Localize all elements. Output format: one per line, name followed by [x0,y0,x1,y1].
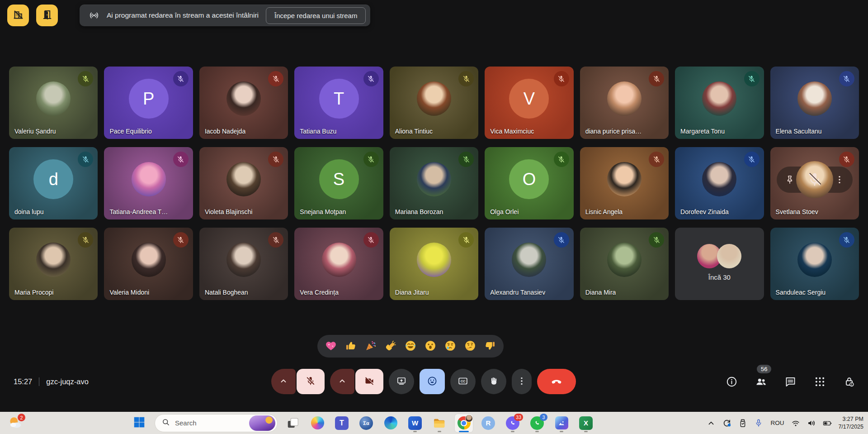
taskbar-edge[interactable] [382,414,400,432]
participant-tile[interactable]: Natali Boghean [199,228,288,300]
chat-button[interactable] [784,376,797,388]
participant-name: Tatiana Buzu [300,128,336,135]
weather-widget[interactable]: 2 [6,415,24,431]
excel-icon: X [579,416,593,430]
taskbar-excel[interactable]: X [577,414,595,432]
participant-tile[interactable]: Maria Procopi [9,228,98,300]
participant-tile[interactable]: Iacob Nadejda [199,67,288,139]
open-door-button[interactable] [36,5,58,26]
building-restricted-button[interactable] [7,5,29,26]
participant-tile[interactable]: Vera Credința [294,228,383,300]
sync-icon[interactable] [722,418,732,428]
participant-name: Diana Jitaru [395,289,429,296]
mic-options-button[interactable] [271,369,296,394]
taskbar-viber[interactable]: 33 [504,414,522,432]
pin-icon[interactable] [784,174,795,185]
taskbar-explorer[interactable] [430,414,448,432]
wifi-icon[interactable] [791,418,801,428]
participant-avatar [607,162,642,196]
participant-tile[interactable]: Alexandru Tanasiev [485,228,573,300]
participant-tile[interactable]: Diana Jitaru [390,228,478,300]
participant-tile[interactable]: Violeta Blajinschi [199,147,288,219]
participant-tile[interactable]: Tatiana-Andreea T… [104,147,193,219]
participant-tile[interactable]: Margareta Tonu [675,67,764,139]
windows-start-icon [132,415,146,430]
participant-tile[interactable]: O Olga Orlei [485,147,573,219]
taskbar-spss[interactable]: Σα [357,414,375,432]
reactions-button[interactable] [420,369,445,394]
reaction-face-thinking[interactable] [461,336,479,356]
participant-tile[interactable]: Elena Sacultanu [770,67,859,139]
participant-tile[interactable]: diana purice prisa… [580,67,669,139]
reaction-face-cry[interactable] [441,336,459,356]
tray-chevron-icon[interactable] [706,418,716,428]
participant-tile[interactable]: Diana Mira [580,228,669,300]
participant-avatar [797,243,832,277]
windows-taskbar: 2 Search TΣαWR333X [0,412,868,434]
raise-hand-button[interactable] [481,369,506,394]
taskbar-search[interactable]: Search [155,414,278,432]
mic-muted-badge [363,232,379,248]
present-button[interactable] [389,369,414,394]
participant-name: Valeria Midoni [109,289,149,296]
start-stream-button[interactable]: Începe redarea unui stream [266,7,366,24]
tray-mic-icon[interactable] [754,418,764,428]
participant-tile[interactable]: Mariana Borozan [390,147,478,219]
participant-tile[interactable]: Dorofeev Zinaida [675,147,764,219]
word-icon: W [408,416,422,430]
taskbar-r-app[interactable]: R [479,414,497,432]
tray-time: 3:27 PM [838,415,863,423]
taskbar-teams[interactable]: T [333,414,351,432]
participant-tile[interactable]: Sanduleac Sergiu [770,228,859,300]
more-options-icon[interactable] [834,174,845,185]
reaction-sparkling-heart[interactable] [322,336,340,356]
participant-tile[interactable]: V Vica Maximciuc [485,67,573,139]
end-call-button[interactable] [537,369,576,394]
participant-tile[interactable]: Valeria Midoni [104,228,193,300]
camera-toggle-button[interactable] [355,369,383,394]
activities-button[interactable] [814,376,826,388]
info-button[interactable] [726,376,738,388]
usb-icon[interactable] [738,418,748,428]
taskbar-copilot[interactable] [308,414,326,432]
language-indicator[interactable]: ROU [769,420,785,426]
more-options-button[interactable] [512,369,532,394]
taskbar-photos[interactable] [552,414,571,432]
reaction-clapping-hands[interactable] [382,336,400,356]
taskbar-whatsapp[interactable]: 3 [528,414,546,432]
stream-banner-text: Ai programat redarea în stream a acestei… [107,11,259,19]
participant-tile[interactable]: Lisnic Angela [580,147,669,219]
participant-avatar [322,243,356,277]
participant-tile[interactable]: Svetlana Stoev [770,147,859,219]
participant-tile[interactable]: P Pace Equilibrio [104,67,193,139]
participant-tile[interactable]: S Snejana Moțpan [294,147,383,219]
mic-muted-badge [554,152,569,167]
reaction-thumbs-up[interactable] [342,336,360,356]
reaction-party-popper[interactable] [362,336,380,356]
mic-muted-badge [649,71,664,86]
participant-tile[interactable]: d doina lupu [9,147,98,219]
taskbar-clock[interactable]: 3:27 PM 7/17/2025 [838,415,863,431]
reaction-face-joy[interactable] [401,336,420,356]
participant-tile[interactable]: Valeriu Șandru [9,67,98,139]
participant-tile[interactable]: T Tatiana Buzu [294,67,383,139]
taskbar-word[interactable]: W [406,414,424,432]
battery-icon[interactable] [822,418,832,428]
reaction-thumbs-down[interactable] [481,336,499,356]
host-controls-button[interactable] [843,376,855,388]
participant-name: Aliona Tintiuc [395,128,433,135]
mic-toggle-button[interactable] [297,369,325,394]
participant-tile[interactable]: Aliona Tintiuc [390,67,478,139]
start-button[interactable] [130,414,148,432]
volume-icon[interactable] [807,418,816,428]
reaction-face-surprised[interactable] [421,336,439,356]
participant-avatar [132,162,166,196]
participant-avatar: T [319,79,359,119]
participant-tile[interactable]: Încă 30 [675,228,764,300]
mic-off-icon [305,376,316,388]
people-button[interactable]: 56 [755,376,767,388]
camera-options-button[interactable] [330,369,354,394]
captions-button[interactable]: CC [450,369,476,394]
taskbar-taskview[interactable] [284,414,302,432]
taskbar-chrome[interactable] [455,414,473,432]
